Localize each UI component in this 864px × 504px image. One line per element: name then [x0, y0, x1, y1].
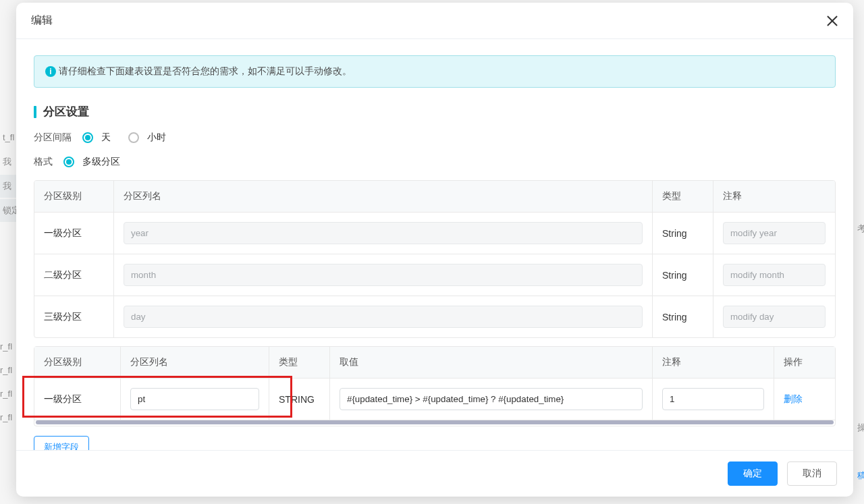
comment-input-day[interactable]: [723, 306, 826, 328]
partition-fields-table: 分区级别 分区列名 类型 取值 注释 操作 一级分区 STRING 删除: [34, 346, 836, 426]
delete-link[interactable]: 删除: [784, 393, 803, 405]
table2-row: 一级分区 STRING 删除: [34, 379, 835, 420]
modal-header: 编辑: [16, 3, 853, 39]
header2-type: 类型: [269, 347, 330, 378]
horizontal-scrollbar[interactable]: [36, 420, 834, 424]
accent-bar: [34, 106, 36, 118]
cell-level: 二级分区: [34, 254, 114, 296]
table-row: 三级分区 String: [34, 296, 835, 337]
comment-input-month[interactable]: [723, 264, 826, 286]
table-row: 一级分区 String: [34, 213, 835, 254]
radio-label-multilevel: 多级分区: [82, 156, 120, 168]
modal-footer: 确定 取消: [16, 450, 853, 497]
partition-interval-row: 分区间隔 天 小时: [34, 132, 836, 144]
radio-format-multilevel[interactable]: [63, 157, 74, 167]
table-row: 二级分区 String: [34, 254, 835, 296]
ok-button[interactable]: 确定: [728, 461, 778, 486]
colname-input-day[interactable]: [124, 306, 643, 328]
colname-input-year[interactable]: [124, 222, 643, 244]
table-header-row: 分区级别 分区列名 类型 注释: [34, 181, 835, 213]
cell2-level: 一级分区: [34, 379, 121, 420]
radio-interval-day[interactable]: [82, 132, 93, 143]
cell-type: String: [653, 296, 713, 337]
cell-level: 三级分区: [34, 296, 114, 337]
close-icon[interactable]: [826, 15, 838, 27]
header2-level: 分区级别: [34, 347, 121, 378]
header2-value: 取值: [330, 347, 653, 378]
header-colname: 分区列名: [114, 181, 653, 212]
add-field-button[interactable]: 新增字段: [34, 436, 89, 450]
header-type: 类型: [653, 181, 713, 212]
info-notice: i 请仔细检查下面建表设置是否符合您的需求，如不满足可以手动修改。: [34, 55, 836, 88]
radio-label-day: 天: [101, 132, 111, 144]
header2-comment: 注释: [653, 347, 774, 378]
notice-text: 请仔细检查下面建表设置是否符合您的需求，如不满足可以手动修改。: [59, 65, 352, 78]
section-title: 分区设置: [34, 104, 836, 119]
table2-header-row: 分区级别 分区列名 类型 取值 注释 操作: [34, 347, 835, 379]
interval-label: 分区间隔: [34, 132, 72, 144]
header-level: 分区级别: [34, 181, 114, 212]
value-field[interactable]: [340, 388, 643, 410]
cell-type: String: [653, 213, 713, 254]
modal-body: i 请仔细检查下面建表设置是否符合您的需求，如不满足可以手动修改。 分区设置 分…: [16, 39, 853, 450]
header2-op: 操作: [774, 347, 835, 378]
header-comment: 注释: [713, 181, 835, 212]
format-label: 格式: [34, 156, 53, 168]
cell2-type: STRING: [269, 379, 330, 420]
cell-level: 一级分区: [34, 213, 114, 254]
edit-modal: 编辑 i 请仔细检查下面建表设置是否符合您的需求，如不满足可以手动修改。 分区设…: [16, 3, 853, 497]
modal-title: 编辑: [31, 13, 53, 28]
radio-label-hour: 小时: [147, 132, 166, 144]
comment-field[interactable]: [662, 388, 764, 410]
colname-field[interactable]: [130, 388, 259, 410]
format-row: 格式 多级分区: [34, 156, 836, 168]
partition-levels-table: 分区级别 分区列名 类型 注释 一级分区 String 二级分区 String …: [34, 180, 836, 338]
comment-input-year[interactable]: [723, 222, 826, 244]
cell-type: String: [653, 254, 713, 296]
radio-interval-hour[interactable]: [128, 132, 139, 143]
cancel-button[interactable]: 取消: [787, 461, 837, 486]
header2-colname: 分区列名: [121, 347, 269, 378]
info-icon: i: [45, 66, 56, 77]
colname-input-month[interactable]: [124, 264, 643, 286]
